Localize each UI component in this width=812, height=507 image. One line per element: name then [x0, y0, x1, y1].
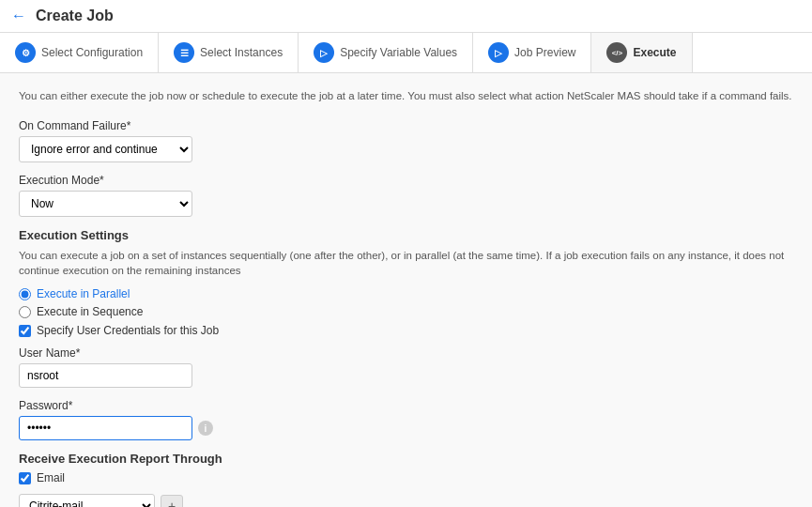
specify-variable-icon: ▷ — [314, 42, 334, 63]
execution-settings-title: Execution Settings — [19, 228, 793, 242]
tab-job-preview[interactable]: ▷ Job Preview — [473, 33, 591, 72]
execute-sequence-option[interactable]: Execute in Sequence — [19, 305, 793, 318]
execute-parallel-label: Execute in Parallel — [37, 287, 130, 300]
select-instances-icon: ☰ — [174, 42, 194, 63]
email-select-row: Citrite-mail Other + — [19, 494, 793, 507]
password-group: Password* i — [19, 399, 793, 440]
execution-mode-radio-group: Execute in Parallel Execute in Sequence — [19, 287, 793, 318]
tab-select-instances-label: Select Instances — [200, 46, 283, 59]
execute-sequence-radio[interactable] — [19, 306, 31, 318]
username-label: User Name* — [19, 346, 793, 360]
page-title: Create Job — [36, 8, 114, 24]
execution-mode-select[interactable]: Now Schedule — [19, 191, 192, 217]
email-select[interactable]: Citrite-mail Other — [19, 494, 155, 507]
tab-select-configuration[interactable]: ⚙ Select Configuration — [0, 33, 159, 72]
page-header: ← Create Job — [0, 0, 812, 33]
username-group: User Name* — [19, 346, 793, 388]
execution-mode-label: Execution Mode* — [19, 174, 793, 187]
back-arrow-icon[interactable]: ← — [11, 8, 26, 24]
info-text: You can either execute the job now or sc… — [19, 88, 793, 104]
job-preview-icon: ▷ — [488, 42, 509, 63]
execute-icon: </> — [606, 42, 627, 63]
specify-credentials-checkbox-group[interactable]: Specify User Credentials for this Job — [19, 324, 793, 337]
tab-select-configuration-label: Select Configuration — [41, 46, 143, 59]
add-email-button[interactable]: + — [161, 495, 183, 507]
execute-parallel-option[interactable]: Execute in Parallel — [19, 287, 793, 300]
execution-mode-group: Execution Mode* Now Schedule — [19, 174, 793, 217]
tab-execute[interactable]: </> Execute — [591, 33, 692, 72]
specify-credentials-label: Specify User Credentials for this Job — [37, 324, 219, 337]
execute-sequence-label: Execute in Sequence — [37, 305, 143, 318]
tabs-bar: ⚙ Select Configuration ☰ Select Instance… — [0, 33, 812, 73]
on-command-failure-label: On Command Failure* — [19, 119, 793, 132]
content-area: You can either execute the job now or sc… — [0, 73, 812, 507]
execute-parallel-radio[interactable] — [19, 288, 31, 300]
password-row: i — [19, 416, 793, 440]
email-report-checkbox[interactable] — [19, 472, 31, 484]
on-command-failure-group: On Command Failure* Ignore error and con… — [19, 119, 793, 162]
email-report-label: Email — [37, 471, 65, 484]
password-info-icon[interactable]: i — [198, 421, 213, 436]
tab-job-preview-label: Job Preview — [514, 46, 575, 59]
password-input[interactable] — [19, 416, 192, 440]
select-configuration-icon: ⚙ — [15, 42, 36, 63]
email-checkbox-group[interactable]: Email — [19, 471, 793, 484]
on-command-failure-select[interactable]: Ignore error and continue Stop execution… — [19, 136, 192, 162]
tab-specify-variable-label: Specify Variable Values — [340, 46, 457, 59]
password-label: Password* — [19, 399, 793, 412]
tab-specify-variable-values[interactable]: ▷ Specify Variable Values — [299, 33, 473, 72]
specify-credentials-checkbox[interactable] — [19, 325, 31, 337]
report-section-title: Receive Execution Report Through — [19, 452, 793, 466]
tab-select-instances[interactable]: ☰ Select Instances — [159, 33, 299, 72]
username-input[interactable] — [19, 363, 192, 388]
tab-execute-label: Execute — [633, 46, 676, 59]
execution-settings-desc: You can execute a job on a set of instan… — [19, 248, 793, 278]
